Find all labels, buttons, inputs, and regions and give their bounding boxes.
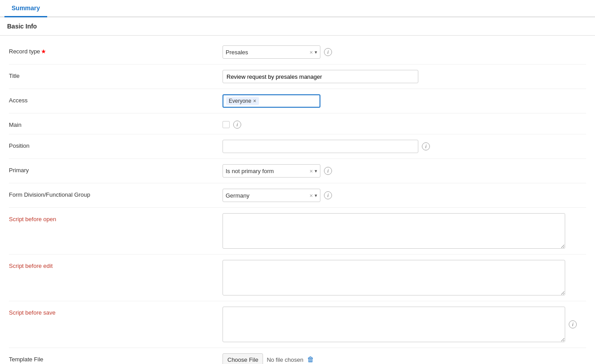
tab-bar: Summary bbox=[0, 0, 595, 17]
template-file-label: Template File bbox=[9, 353, 223, 363]
record-type-label: Record type★ bbox=[9, 45, 223, 55]
script-before-edit-textarea[interactable] bbox=[223, 260, 565, 295]
title-control bbox=[223, 70, 586, 83]
title-label: Title bbox=[9, 70, 223, 79]
record-type-select[interactable]: Presales × ▾ bbox=[223, 45, 320, 59]
script-before-open-control bbox=[223, 213, 586, 249]
primary-info-icon: i bbox=[324, 167, 332, 175]
form-division-label: Form Division/Functional Group bbox=[9, 189, 223, 198]
section-basic-info: Basic Info bbox=[0, 17, 595, 36]
access-tag-close[interactable]: × bbox=[253, 98, 256, 104]
main-info-icon: i bbox=[233, 121, 241, 129]
main-control: i bbox=[223, 119, 586, 129]
form-division-clear[interactable]: × bbox=[309, 192, 313, 199]
script-before-edit-label: Script before edit bbox=[9, 260, 223, 269]
record-type-clear[interactable]: × bbox=[309, 49, 313, 56]
form-division-row: Form Division/Functional Group Germany ×… bbox=[9, 183, 586, 208]
access-tag-everyone: Everyone × bbox=[226, 97, 259, 105]
script-before-edit-row: Script before edit bbox=[9, 255, 586, 301]
form-division-chevron: ▾ bbox=[315, 193, 317, 198]
form-body: Record type★ Presales × ▾ i Title Access… bbox=[0, 36, 595, 364]
record-type-row: Record type★ Presales × ▾ i bbox=[9, 40, 586, 65]
no-file-text: No file chosen bbox=[267, 356, 303, 363]
script-before-save-info-icon: i bbox=[569, 320, 577, 328]
form-division-info-icon: i bbox=[324, 191, 332, 199]
script-before-open-row: Script before open bbox=[9, 208, 586, 255]
script-before-edit-control bbox=[223, 260, 586, 295]
title-input[interactable] bbox=[223, 70, 418, 83]
record-type-control: Presales × ▾ i bbox=[223, 45, 586, 59]
position-row: Position i bbox=[9, 134, 586, 159]
record-type-chevron: ▾ bbox=[315, 49, 317, 55]
tab-summary[interactable]: Summary bbox=[4, 0, 47, 17]
script-before-save-row: Script before save i bbox=[9, 301, 586, 348]
primary-value: Is not primary form bbox=[226, 168, 309, 174]
position-info-icon: i bbox=[422, 142, 430, 150]
script-before-open-label: Script before open bbox=[9, 213, 223, 222]
title-row: Title bbox=[9, 65, 586, 89]
primary-control: Is not primary form × ▾ i bbox=[223, 164, 586, 178]
access-control: Everyone × bbox=[223, 94, 586, 108]
main-checkbox-wrap: i bbox=[223, 119, 241, 129]
choose-file-button[interactable]: Choose File bbox=[223, 353, 263, 364]
file-input-wrap: Choose File No file chosen 🗑 bbox=[223, 353, 314, 364]
record-type-info-icon: i bbox=[324, 48, 332, 56]
template-file-control: Choose File No file chosen 🗑 bbox=[223, 353, 586, 364]
delete-file-icon[interactable]: 🗑 bbox=[307, 356, 314, 364]
form-division-select[interactable]: Germany × ▾ bbox=[223, 189, 320, 202]
script-before-save-label: Script before save bbox=[9, 307, 223, 316]
access-tag-input[interactable]: Everyone × bbox=[223, 94, 320, 108]
main-row: Main i bbox=[9, 113, 586, 134]
primary-select[interactable]: Is not primary form × ▾ bbox=[223, 164, 320, 178]
form-division-control: Germany × ▾ i bbox=[223, 189, 586, 202]
position-input[interactable] bbox=[223, 140, 418, 153]
primary-chevron: ▾ bbox=[315, 168, 317, 174]
main-label: Main bbox=[9, 119, 223, 128]
script-before-save-control: i bbox=[223, 307, 586, 342]
access-row: Access Everyone × bbox=[9, 89, 586, 113]
primary-row: Primary Is not primary form × ▾ i bbox=[9, 159, 586, 183]
template-file-row: Template File Choose File No file chosen… bbox=[9, 348, 586, 364]
form-division-value: Germany bbox=[226, 192, 309, 199]
position-label: Position bbox=[9, 140, 223, 149]
primary-label: Primary bbox=[9, 164, 223, 174]
script-before-save-textarea[interactable] bbox=[223, 307, 565, 342]
main-checkbox[interactable] bbox=[223, 121, 230, 128]
position-control: i bbox=[223, 140, 586, 153]
access-label: Access bbox=[9, 94, 223, 104]
script-before-open-textarea[interactable] bbox=[223, 213, 565, 249]
record-type-value: Presales bbox=[226, 49, 309, 56]
primary-clear[interactable]: × bbox=[309, 168, 313, 174]
